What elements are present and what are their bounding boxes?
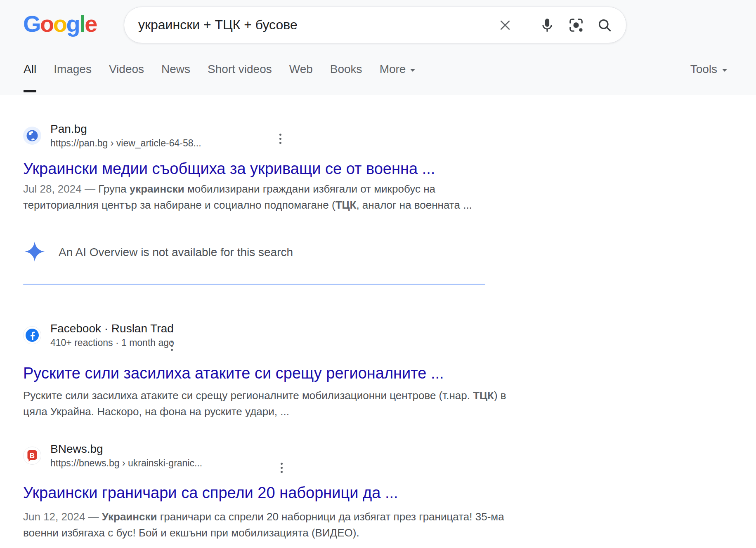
tab-label: Videos (109, 63, 144, 76)
tools-label: Tools (690, 63, 717, 76)
result-source-header[interactable]: Facebook · Ruslan Trad410+ reactions · 1… (23, 322, 514, 349)
snippet-segment: Jul 28, 2024 (23, 183, 82, 195)
tools-button[interactable]: Tools (690, 63, 727, 76)
snippet-segment: мобилизирани граждани избягали от микроб… (184, 183, 435, 195)
site-meta: https://pan.bg › view_article-64-58... (50, 137, 201, 149)
bnews-icon: B (23, 447, 41, 465)
snippet-segment: цяла Украйна. Наскоро, на фона на рускит… (23, 405, 289, 418)
globe-icon (23, 127, 41, 145)
tab-label: Images (54, 63, 92, 76)
tab-images[interactable]: Images (54, 63, 92, 92)
site-name: BNews.bg (50, 442, 202, 456)
snippet-segment: Руските сили засилиха атаките си срещу р… (23, 389, 473, 402)
sparkle-icon (24, 241, 45, 264)
result-snippet: Jul 28, 2024 — Група украински мобилизир… (23, 181, 514, 213)
lens-icon[interactable] (568, 17, 584, 33)
tab-web[interactable]: Web (289, 63, 313, 92)
tab-label: All (24, 63, 36, 76)
tab-short-videos[interactable]: Short videos (208, 63, 272, 92)
search-box[interactable]: украински + ТЦК + бусове (124, 7, 626, 43)
svg-text:B: B (30, 452, 35, 460)
clear-icon[interactable] (498, 18, 513, 33)
chevron-down-icon (410, 69, 415, 72)
more-options-button[interactable] (277, 131, 284, 146)
result-title-link[interactable]: Руските сили засилиха атаките си срещу р… (23, 364, 514, 383)
logo-letter: l (79, 11, 85, 37)
ai-overview-divider (23, 284, 485, 285)
tab-all[interactable]: All (24, 63, 36, 92)
snippet-segment: , аналог на военната ... (356, 199, 472, 211)
logo-letter: o (40, 11, 53, 37)
logo-letter: G (23, 11, 40, 37)
snippet-segment: Група (98, 183, 130, 195)
more-options-button[interactable] (168, 338, 175, 353)
search-bar-divider (526, 15, 526, 35)
tab-label: More (380, 63, 406, 76)
ai-overview-notice: An AI Overview is not available for this… (24, 241, 293, 264)
search-icon[interactable] (597, 18, 612, 33)
ai-overview-text: An AI Overview is not available for this… (59, 246, 293, 259)
chevron-down-icon (722, 69, 727, 72)
snippet-segment: граничари са спрели 20 наборници да избя… (157, 510, 504, 523)
result-source-header[interactable]: Pan.bghttps://pan.bg › view_article-64-5… (23, 122, 514, 149)
snippet-segment: — (82, 183, 98, 195)
mic-icon[interactable] (539, 17, 555, 33)
tab-videos[interactable]: Videos (109, 63, 144, 92)
search-result: BBNews.bghttps://bnews.bg › ukrainski-gr… (23, 442, 514, 541)
more-options-button[interactable] (278, 460, 285, 475)
result-snippet: Руските сили засилиха атаките си срещу р… (23, 388, 514, 420)
snippet-segment: ) в (494, 389, 506, 402)
snippet-segment: украински (130, 183, 184, 195)
site-name: Facebook · Ruslan Trad (50, 322, 174, 336)
tab-more[interactable]: More (380, 63, 416, 92)
search-result: Pan.bghttps://pan.bg › view_article-64-5… (23, 122, 514, 213)
snippet-segment: — (85, 510, 102, 523)
snippet-segment: военни избягаха с бус! Бой и екшъни при … (23, 527, 359, 539)
snippet-segment: ТЦК (473, 389, 494, 402)
snippet-segment: ТЦК (335, 199, 357, 211)
result-snippet: Jun 12, 2024 — Украински граничари са сп… (23, 509, 514, 541)
logo-letter: o (53, 11, 66, 37)
google-logo: Google (23, 11, 97, 37)
tab-books[interactable]: Books (330, 63, 362, 92)
snippet-segment: Jun 12, 2024 (23, 510, 85, 523)
logo-letter: g (66, 11, 80, 37)
tab-label: Short videos (208, 63, 272, 76)
tab-news[interactable]: News (161, 63, 190, 92)
snippet-segment: Украински (102, 510, 157, 523)
logo-letter: e (85, 11, 97, 37)
result-type-tabs: AllImagesVideosNewsShort videosWebBooksM… (24, 63, 415, 92)
tab-label: Books (330, 63, 362, 76)
site-meta: 410+ reactions · 1 month ago (50, 336, 174, 349)
result-title-link[interactable]: Украински медии съобщиха за укриващи се … (23, 159, 514, 178)
tab-label: Web (289, 63, 313, 76)
tab-label: News (161, 63, 190, 76)
search-input[interactable]: украински + ТЦК + бусове (138, 17, 498, 33)
result-source-header[interactable]: BBNews.bghttps://bnews.bg › ukrainski-gr… (23, 442, 514, 469)
site-meta: https://bnews.bg › ukrainski-granic... (50, 457, 202, 469)
result-title-link[interactable]: Украински граничари са спрели 20 наборни… (23, 483, 514, 502)
facebook-icon (23, 326, 41, 344)
site-name: Pan.bg (50, 122, 201, 136)
search-result: Facebook · Ruslan Trad410+ reactions · 1… (23, 322, 514, 420)
snippet-segment: териториалния център за набиране и социа… (23, 199, 335, 211)
